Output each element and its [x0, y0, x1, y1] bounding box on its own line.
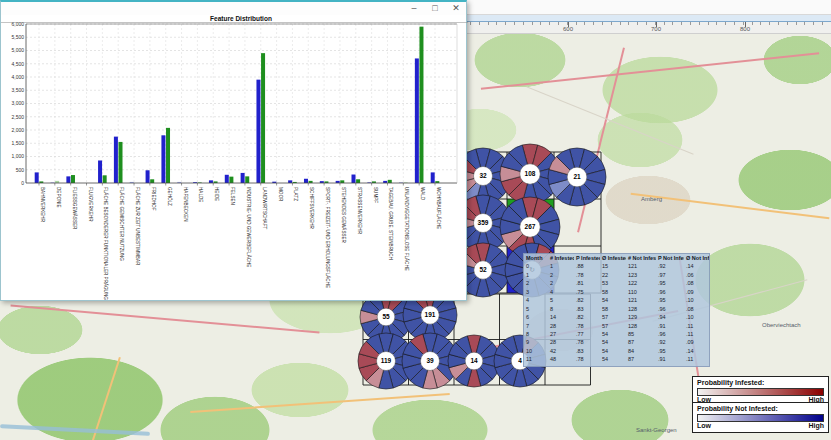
table-cell: 58 — [600, 288, 626, 296]
x-axis-category-label: FLÄCHE ZUR ZEIT UNBESTIMMBAR — [135, 187, 141, 266]
table-cell: 84 — [626, 347, 656, 355]
table-cell: .11 — [684, 355, 709, 363]
table-cell: .06 — [684, 271, 709, 279]
table-header-cell: Ø Not Infested — [684, 254, 709, 262]
table-cell: .96 — [656, 305, 684, 313]
x-axis-category-label: HALDE — [198, 187, 203, 202]
ruler-tick — [760, 22, 761, 25]
table-cell: 3 — [524, 288, 548, 296]
table-cell: 22 — [600, 271, 626, 279]
bar-green-8 — [166, 128, 170, 183]
ruler-tick — [822, 22, 823, 25]
ruler-tick — [716, 22, 717, 25]
ruler-tick — [743, 22, 744, 25]
bar-blue-5 — [114, 137, 118, 183]
x-axis-category-label: STEHENDES GEWÄSSER — [341, 187, 347, 244]
ruler-tick — [681, 22, 682, 25]
maximize-button[interactable]: □ — [429, 2, 441, 14]
x-axis-category-label: FLÄCHE GEMISCHTER NUTZUNG — [119, 187, 125, 261]
ruler-tick — [505, 22, 506, 25]
ruler-tick — [813, 22, 814, 25]
y-axis-tick-label: 1,500 — [11, 140, 24, 146]
ruler-tick — [690, 22, 691, 25]
minimize-button[interactable]: – — [408, 2, 420, 14]
bar-green-7 — [150, 179, 154, 183]
x-axis-category-label: FLIESSGEWÄSSER — [72, 187, 78, 230]
infestation-stats-table[interactable]: Month# InfestedP InfestedØ Infested# Not… — [523, 253, 710, 367]
bar-blue-7 — [146, 170, 150, 183]
bar-blue-8 — [161, 135, 165, 183]
table-cell: 87 — [626, 355, 656, 363]
ruler-tick — [804, 22, 805, 25]
table-cell: 42 — [548, 347, 574, 355]
table-cell: .11 — [684, 322, 709, 330]
y-axis-tick-label: 5,500 — [11, 34, 24, 40]
bar-blue-4 — [98, 160, 102, 183]
table-cell: 27 — [548, 330, 574, 338]
bar-green-2 — [71, 175, 75, 183]
pie-marker-21[interactable]: 21 — [548, 148, 606, 206]
bar-blue-17 — [304, 179, 308, 183]
bar-green-13 — [245, 176, 249, 183]
x-axis-category-label: TAGEBAU, GRUBE, STEINBRUCH — [388, 187, 393, 260]
table-cell: 122 — [626, 279, 656, 287]
map-ruler: 600700800 — [467, 22, 831, 34]
pie-count-label: 52 — [479, 266, 487, 273]
table-header-cell: Ø Infested — [600, 254, 626, 262]
x-axis-category-label: FLÄCHE BESONDERER FUNKTIONALER PRÄGUNG — [103, 187, 109, 300]
table-cell: 85 — [626, 330, 656, 338]
table-cell: .94 — [656, 313, 684, 321]
table-cell: .83 — [574, 347, 600, 355]
table-cell: 2 — [524, 279, 548, 287]
x-axis-category-label: SUMPF — [373, 187, 378, 203]
table-cell: .96 — [656, 288, 684, 296]
x-axis-category-label: LANDWIRTSCHAFT — [262, 187, 267, 229]
x-axis-category-label: INDUSTRIE- UND GEWERBEFLÄCHE — [246, 187, 252, 267]
bar-blue-20 — [352, 175, 356, 183]
ruler-tick — [611, 22, 612, 25]
x-axis-category-label: DEPONIE — [56, 187, 61, 208]
close-button[interactable]: ✕ — [450, 2, 462, 14]
table-cell: 1 — [548, 262, 574, 270]
ruler-number: 800 — [740, 26, 750, 32]
table-header-cell: P Infested — [574, 254, 600, 262]
bar-green-22 — [388, 180, 392, 183]
pie-count-label: 119 — [381, 357, 392, 364]
legend-probability-not-infested: Probability Not Infested: Low High — [692, 402, 829, 433]
bar-blue-24 — [415, 58, 419, 183]
x-axis-category-label: UNLAND/VEGETATIONSLOSE FLÄCHE — [404, 187, 410, 271]
x-axis-category-label: HAFENBECKEN — [183, 187, 188, 221]
window-titlebar[interactable]: – □ ✕ — [1, 2, 466, 15]
table-cell: 58 — [600, 305, 626, 313]
table-header-cell: P Not Infested — [656, 254, 684, 262]
table-cell: 28 — [548, 322, 574, 330]
bar-green-4 — [103, 175, 107, 183]
table-cell: .92 — [656, 262, 684, 270]
table-cell: .81 — [574, 279, 600, 287]
table-row: 827.775485.96.11 — [524, 330, 709, 338]
table-row: 1148.785487.91.11 — [524, 355, 709, 363]
table-header-cell: # Infested — [548, 254, 574, 262]
horizontal-scrollbar[interactable] — [467, 15, 831, 22]
ruler-tick — [699, 22, 700, 25]
table-cell: .75 — [574, 288, 600, 296]
pie-count-label: 55 — [382, 313, 390, 320]
y-axis-tick-label: 2,500 — [11, 114, 24, 120]
x-axis-category-label: HEIDE — [214, 187, 219, 201]
table-cell: 121 — [626, 262, 656, 270]
table-header-cell: Month — [524, 254, 548, 262]
table-cell: .78 — [574, 355, 600, 363]
bar-blue-13 — [241, 173, 245, 183]
legend-title: Probability Not Infested: — [697, 405, 824, 413]
bar-green-20 — [356, 179, 360, 183]
table-cell: 57 — [600, 322, 626, 330]
table-cell: .09 — [684, 288, 709, 296]
table-cell: .91 — [656, 322, 684, 330]
table-row: 728.7857128.91.11 — [524, 322, 709, 330]
table-cell: .97 — [656, 271, 684, 279]
table-cell: .82 — [574, 296, 600, 304]
pie-marker-14[interactable]: 14 — [448, 335, 500, 387]
table-cell: 1 — [524, 271, 548, 279]
ruler-tick — [646, 22, 647, 25]
table-row: 34.7558110.96.09 — [524, 288, 709, 296]
